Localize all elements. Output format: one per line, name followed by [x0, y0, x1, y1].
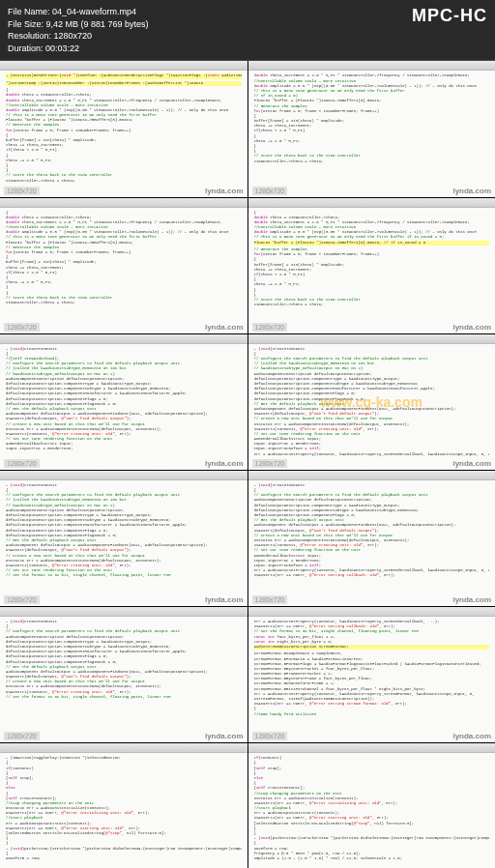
- window-titlebar: [0, 61, 248, 71]
- duration-label: Duration:: [8, 43, 44, 53]
- window-titlebar: [248, 607, 496, 617]
- code-content: { double theta = viewController->theta; …: [248, 208, 496, 311]
- watermark: lynda.com: [452, 595, 491, 604]
- code-line: input.inputProc = RenderTone;: [6, 447, 242, 451]
- file-size-label: File Size:: [8, 19, 44, 29]
- watermark: lynda.com: [205, 595, 244, 604]
- code-content: - (void)createToneUnit{ // Configure the…: [0, 617, 248, 703]
- code-line: NSAssert1(err == noErr, @"Error setting …: [254, 573, 490, 578]
- code-content: - (void)createToneUnit{ // Configure the…: [0, 480, 248, 582]
- file-info: File Name: 04_04-waveform.mp4 File Size:…: [8, 6, 149, 54]
- code-line: viewController->theta = theta;: [254, 303, 490, 307]
- player-header: File Name: 04_04-waveform.mp4 File Size:…: [0, 0, 495, 61]
- code-content: err = AudioUnitSetProperty(toneUnit, kAu…: [248, 617, 496, 720]
- duration-value: 00:03:22: [45, 43, 79, 53]
- code-content: - (IBAction)togglePlay:(UIButton *)selec…: [0, 753, 248, 864]
- watermark: lynda.com: [452, 732, 491, 740]
- window-titlebar: [0, 471, 248, 480]
- window-titlebar: [248, 334, 496, 344]
- thumbnail[interactable]: - (IBAction)togglePlay:(UIButton *)selec…: [0, 743, 248, 868]
- watermark: lynda.com: [205, 187, 244, 195]
- resolution-badge: 1280x720: [252, 187, 288, 195]
- thumbnail[interactable]: double theta_increment = 2.0 * M_PI * vi…: [248, 61, 496, 196]
- code-line: Float32 *buffer = (Float32 *)ioData->mBu…: [254, 241, 490, 246]
- window-titlebar: [0, 334, 248, 344]
- watermark: lynda.com: [452, 323, 491, 332]
- file-name-label: File Name:: [8, 7, 50, 16]
- resolution-badge: 1280x720: [252, 595, 288, 604]
- code-line: waveform = row;: [6, 856, 242, 861]
- thumbnail[interactable]: - (void)createToneUnit{ // Configure the…: [0, 607, 248, 742]
- resolution-value: 1280x720: [54, 31, 93, 41]
- resolution-badge: 1280x720: [4, 187, 40, 195]
- window-titlebar: [248, 471, 496, 480]
- thumbnail[interactable]: if(toneUnit) { [self stop]; } else { [se…: [248, 743, 496, 868]
- window-titlebar: [248, 198, 496, 208]
- thumbnail[interactable]: { double theta = viewController->theta; …: [248, 198, 496, 333]
- thumbnail[interactable]: - (void)createToneUnit{ //[self viewDidU…: [0, 334, 248, 470]
- thumbnail[interactable]: { double theta = viewController->theta; …: [0, 198, 248, 333]
- code-line: amplitude = (1.0 - (1.0 * 1.0) * row) / …: [254, 856, 490, 861]
- resolution-badge: 1280x720: [4, 323, 40, 332]
- window-titlebar: [0, 607, 248, 617]
- code-content: - (OSStatus)RenderTone:(void *)inRefCon …: [0, 71, 248, 186]
- window-titlebar: [248, 61, 496, 71]
- watermark: lynda.com: [205, 732, 244, 740]
- thumbnail[interactable]: err = AudioUnitSetProperty(toneUnit, kAu…: [248, 607, 496, 742]
- code-line: // Set the format to 32 bit, single chan…: [6, 695, 242, 700]
- resolution-badge: 1280x720: [252, 459, 288, 468]
- file-size-value: 9,42 MB (9 881 769 bytes): [46, 19, 149, 29]
- code-line: err = AudioUnitSetProperty(toneUnit, kAu…: [254, 452, 490, 457]
- thumbnail[interactable]: - (void)createToneUnit{ // Configure the…: [248, 334, 496, 470]
- code-content: { double theta = viewController->theta; …: [0, 208, 248, 309]
- file-name-value: 04_04-waveform.mp4: [52, 7, 136, 16]
- code-line: viewController->theta = theta;: [254, 159, 490, 164]
- watermark: lynda.com: [205, 323, 244, 332]
- thumbnail[interactable]: - (void)createToneUnit{ // Configure the…: [0, 471, 248, 606]
- thumbnail[interactable]: - (void)createToneUnit{ // Configure the…: [248, 471, 496, 606]
- code-line: viewController->theta = theta;: [6, 179, 242, 184]
- code-line: AudioStreamBasicDescription streamFormat…: [254, 645, 490, 650]
- resolution-badge: 1280x720: [4, 459, 40, 468]
- code-line: //some handy form utilities: [254, 712, 490, 717]
- code-line: viewController->theta = theta;: [6, 301, 242, 305]
- app-title: MPC-HC: [412, 6, 487, 54]
- code-content: double theta_increment = 2.0 * M_PI * vi…: [248, 71, 496, 166]
- thumbnail[interactable]: - (OSStatus)RenderTone:(void *)inRefCon …: [0, 61, 248, 196]
- code-line: - (OSStatus)RenderTone:(void *)inRefCon …: [6, 73, 242, 78]
- watermark: lynda.com: [205, 459, 244, 468]
- resolution-badge: 1280x720: [4, 732, 40, 740]
- code-line: - (void)pickerView:(UIPickerView *)picke…: [6, 847, 242, 852]
- window-titlebar: [248, 743, 496, 753]
- code-content: if(toneUnit) { [self stop]; } else { [se…: [248, 753, 496, 864]
- resolution-label: Resolution:: [8, 31, 51, 41]
- thumbnail-grid: - (OSStatus)RenderTone:(void *)inRefCon …: [0, 61, 495, 868]
- code-line: - (void)pickerView:(UIPickerView *)picke…: [254, 836, 490, 841]
- center-watermark: www.cg-ka.com: [321, 394, 422, 410]
- code-content: - (void)createToneUnit{ // Configure the…: [248, 480, 496, 582]
- watermark: lynda.com: [452, 459, 491, 468]
- resolution-badge: 1280x720: [252, 732, 288, 740]
- resolution-badge: 1280x720: [252, 323, 288, 332]
- window-titlebar: [0, 198, 248, 208]
- code-line: *)ioTimeStamp :(UInt32)inBusNumber :(UIn…: [6, 81, 242, 86]
- code-line: // Set the format to 32 bit, single chan…: [6, 573, 242, 578]
- resolution-badge: 1280x720: [4, 595, 40, 604]
- window-titlebar: [0, 743, 248, 753]
- watermark: lynda.com: [452, 187, 491, 195]
- code-content: - (void)createToneUnit{ //[self viewDidU…: [0, 344, 248, 455]
